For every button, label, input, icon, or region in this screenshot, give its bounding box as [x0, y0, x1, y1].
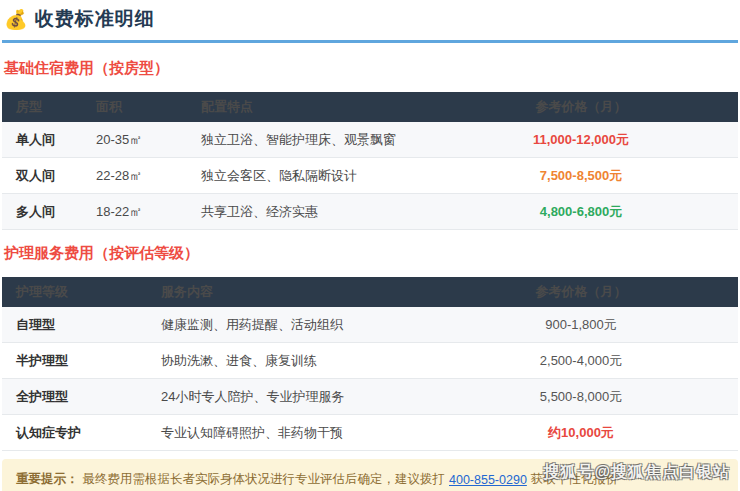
- data-cell: 多人间: [2, 203, 82, 221]
- price-cell: 7,500-8,500元: [438, 167, 738, 185]
- page-header: 💰 收费标准明细: [2, 0, 738, 43]
- data-cell: 健康监测、用药提醒、活动组织: [147, 316, 438, 334]
- data-cell: 半护理型: [2, 352, 147, 370]
- data-cell: 认知症专护: [2, 424, 147, 442]
- table-row: 认知症专护专业认知障碍照护、非药物干预约10,000元: [2, 415, 738, 451]
- care-fee-table: 护理等级服务内容参考价格（月） 自理型健康监测、用药提醒、活动组织900-1,8…: [2, 277, 738, 451]
- table-body: 单人间20-35㎡独立卫浴、智能护理床、观景飘窗11,000-12,000元双人…: [2, 122, 738, 230]
- money-bag-icon: 💰: [4, 10, 28, 29]
- table-row: 自理型健康监测、用药提醒、活动组织900-1,800元: [2, 307, 738, 343]
- column-header: 服务内容: [147, 283, 438, 301]
- table-header-row: 房型面积配置特点参考价格（月）: [2, 92, 738, 122]
- column-header: 护理等级: [2, 283, 147, 301]
- data-cell: 专业认知障碍照护、非药物干预: [147, 424, 438, 442]
- data-cell: 独立会客区、隐私隔断设计: [187, 167, 438, 185]
- price-cell: 5,500-8,000元: [438, 388, 738, 406]
- price-cell: 4,800-6,800元: [438, 203, 738, 221]
- data-cell: 双人间: [2, 167, 82, 185]
- table-row: 单人间20-35㎡独立卫浴、智能护理床、观景飘窗11,000-12,000元: [2, 122, 738, 158]
- section-title-accommodation: 基础住宿费用（按房型）: [4, 59, 738, 78]
- price-cell: 11,000-12,000元: [438, 131, 738, 149]
- table-header-row: 护理等级服务内容参考价格（月）: [2, 277, 738, 307]
- phone-link[interactable]: 400-855-0290: [449, 473, 527, 487]
- table-row: 多人间18-22㎡共享卫浴、经济实惠4,800-6,800元: [2, 194, 738, 230]
- fee-detail-page: 💰 收费标准明细 基础住宿费用（按房型） 房型面积配置特点参考价格（月） 单人间…: [0, 0, 740, 491]
- column-header: 配置特点: [187, 98, 438, 116]
- data-cell: 单人间: [2, 131, 82, 149]
- data-cell: 全护理型: [2, 388, 147, 406]
- data-cell: 独立卫浴、智能护理床、观景飘窗: [187, 131, 438, 149]
- data-cell: 24小时专人陪护、专业护理服务: [147, 388, 438, 406]
- data-cell: 18-22㎡: [82, 203, 187, 221]
- data-cell: 自理型: [2, 316, 147, 334]
- data-cell: 22-28㎡: [82, 167, 187, 185]
- table-row: 半护理型协助洗漱、进食、康复训练2,500-4,000元: [2, 343, 738, 379]
- notice-text-after: 获取个性化报价: [531, 471, 619, 488]
- table-row: 全护理型24小时专人陪护、专业护理服务5,500-8,000元: [2, 379, 738, 415]
- price-cell: 900-1,800元: [438, 316, 738, 334]
- important-notice: 重要提示： 最终费用需根据长者实际身体状况进行专业评估后确定，建议拨打 400-…: [2, 459, 738, 491]
- column-header: 参考价格（月）: [438, 98, 738, 116]
- column-header: 参考价格（月）: [438, 283, 738, 301]
- price-cell: 2,500-4,000元: [438, 352, 738, 370]
- column-header: 面积: [82, 98, 187, 116]
- section-title-care-service: 护理服务费用（按评估等级）: [4, 244, 738, 263]
- price-cell: 约10,000元: [438, 424, 738, 442]
- column-header: 房型: [2, 98, 82, 116]
- notice-label: 重要提示：: [16, 471, 79, 488]
- page-title: 收费标准明细: [35, 6, 155, 32]
- accommodation-fee-table: 房型面积配置特点参考价格（月） 单人间20-35㎡独立卫浴、智能护理床、观景飘窗…: [2, 92, 738, 230]
- data-cell: 协助洗漱、进食、康复训练: [147, 352, 438, 370]
- notice-text-before: 最终费用需根据长者实际身体状况进行专业评估后确定，建议拨打: [83, 471, 446, 488]
- data-cell: 共享卫浴、经济实惠: [187, 203, 438, 221]
- table-body: 自理型健康监测、用药提醒、活动组织900-1,800元半护理型协助洗漱、进食、康…: [2, 307, 738, 451]
- table-row: 双人间22-28㎡独立会客区、隐私隔断设计7,500-8,500元: [2, 158, 738, 194]
- data-cell: 20-35㎡: [82, 131, 187, 149]
